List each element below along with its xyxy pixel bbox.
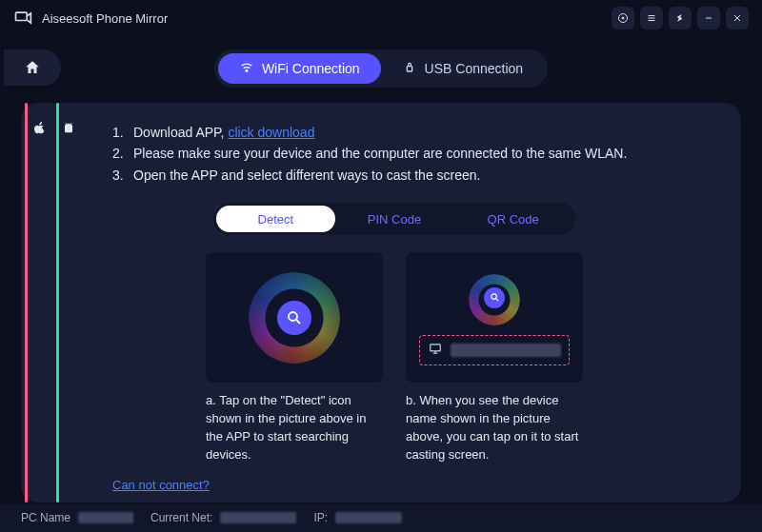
- svg-point-9: [246, 69, 248, 71]
- search-icon-small: [484, 287, 505, 308]
- instruction-3: 3. Open the APP and select different way…: [112, 165, 716, 186]
- tab-qr-code[interactable]: QR Code: [453, 206, 572, 232]
- svg-rect-15: [431, 345, 441, 351]
- instructions-list: 1. Download APP, click download 2. Pleas…: [72, 122, 716, 186]
- wifi-icon: [239, 60, 254, 78]
- titlebar-controls: [612, 7, 749, 30]
- apple-icon: [32, 120, 48, 139]
- ip-redacted: [335, 512, 402, 523]
- minimize-button[interactable]: [697, 7, 720, 30]
- mode-tabs: Detect PIN Code QR Code: [213, 203, 575, 235]
- instruction-2-text: Please make sure your device and the com…: [133, 143, 627, 164]
- card-detect-caption: a. Tap on the "Detect" icon shown in the…: [206, 392, 383, 463]
- connection-tabs: WiFi Connection USB Connection: [21, 49, 741, 88]
- android-icon: [61, 120, 76, 139]
- usb-icon: [402, 60, 417, 78]
- cannot-connect-link[interactable]: Can not connect?: [112, 478, 716, 492]
- instruction-1-prefix: Download APP,: [133, 125, 228, 140]
- svg-line-12: [296, 320, 300, 324]
- tab-wifi-connection[interactable]: WiFi Connection: [218, 53, 381, 84]
- platform-indicator-bars: [21, 103, 59, 502]
- card-device: b. When you see the device name shown in…: [406, 252, 583, 463]
- bar-ios: [25, 103, 28, 502]
- device-list-item: [419, 335, 570, 365]
- device-name-redacted: [451, 344, 561, 357]
- tab-usb-connection[interactable]: USB Connection: [381, 53, 545, 84]
- status-current-net: Current Net:: [150, 511, 296, 524]
- card-detect-image: [206, 252, 383, 383]
- card-device-caption: b. When you see the device name shown in…: [406, 392, 583, 463]
- instruction-2: 2. Please make sure your device and the …: [112, 143, 716, 164]
- net-redacted: [220, 512, 296, 523]
- guide-cards: a. Tap on the "Detect" icon shown in the…: [72, 252, 716, 463]
- home-button[interactable]: [4, 49, 61, 86]
- svg-point-13: [491, 294, 496, 300]
- search-icon: [277, 301, 311, 335]
- card-detect: a. Tap on the "Detect" icon shown in the…: [206, 252, 383, 463]
- card-device-image: [406, 252, 583, 383]
- tab-usb-label: USB Connection: [425, 61, 524, 76]
- close-button[interactable]: [726, 7, 749, 30]
- statusbar: PC Name Current Net: IP:: [0, 503, 762, 532]
- svg-point-11: [289, 312, 297, 321]
- app-title: Aiseesoft Phone Mirror: [42, 11, 168, 26]
- tab-pin-code[interactable]: PIN Code: [335, 206, 454, 232]
- platform-icons: [32, 120, 76, 139]
- status-pc-name: PC Name: [21, 511, 133, 524]
- svg-line-14: [495, 299, 497, 301]
- download-link[interactable]: click download: [228, 125, 314, 140]
- main-panel: 1. Download APP, click download 2. Pleas…: [21, 103, 741, 502]
- svg-point-2: [622, 17, 624, 19]
- tab-wifi-label: WiFi Connection: [262, 61, 360, 76]
- feedback-button[interactable]: [612, 7, 634, 30]
- svg-rect-0: [16, 12, 28, 20]
- monitor-icon: [428, 342, 443, 359]
- bar-android: [56, 103, 59, 502]
- instruction-3-text: Open the APP and select different ways t…: [133, 165, 480, 186]
- instruction-1: 1. Download APP, click download: [112, 122, 716, 143]
- status-ip: IP:: [313, 511, 402, 524]
- pc-name-redacted: [78, 512, 133, 523]
- titlebar-left: Aiseesoft Phone Mirror: [13, 9, 168, 28]
- svg-rect-10: [407, 66, 411, 70]
- menu-button[interactable]: [640, 7, 663, 30]
- app-icon: [13, 9, 32, 28]
- pin-button[interactable]: [669, 7, 692, 30]
- titlebar: Aiseesoft Phone Mirror: [0, 0, 762, 36]
- tab-detect[interactable]: Detect: [216, 206, 335, 232]
